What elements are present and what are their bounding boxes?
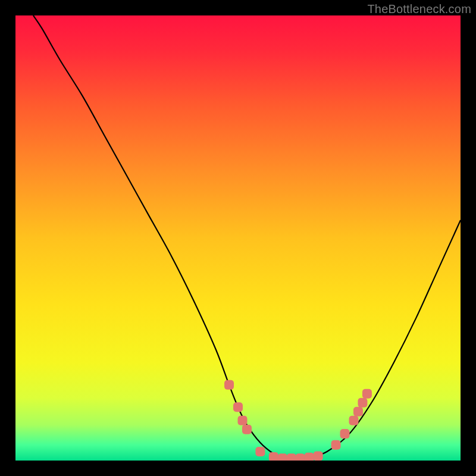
curve-marker	[255, 447, 265, 456]
curve-marker	[349, 416, 358, 425]
curve-marker	[237, 416, 247, 425]
curve-marker	[340, 429, 350, 439]
curve-marker	[242, 425, 252, 434]
curve-marker	[358, 398, 367, 408]
chart-svg	[15, 15, 461, 461]
chart-frame	[15, 15, 461, 461]
curve-marker	[353, 407, 363, 416]
curve-marker	[224, 380, 234, 390]
curve-marker	[305, 453, 314, 461]
curve-marker	[233, 402, 243, 412]
curve-marker	[331, 440, 341, 450]
curve-marker	[314, 452, 323, 461]
curve-marker	[296, 453, 305, 461]
curve-marker	[287, 453, 296, 461]
curve-marker	[269, 452, 278, 461]
gradient-background	[15, 15, 461, 461]
curve-marker	[278, 453, 287, 461]
watermark-text: TheBottleneck.com	[367, 2, 471, 16]
curve-marker	[362, 389, 372, 399]
